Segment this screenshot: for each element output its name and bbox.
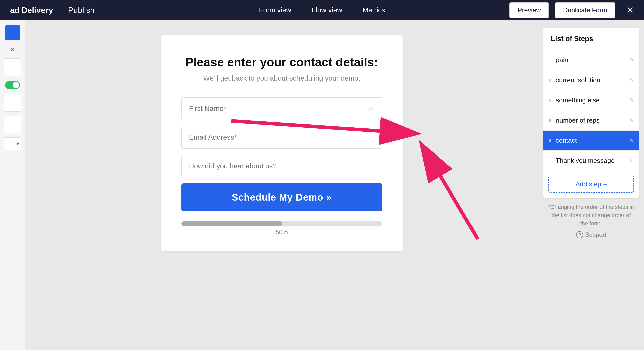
support-link[interactable]: ? Support [548, 230, 634, 239]
close-icon[interactable]: ✕ [626, 5, 634, 15]
step-item-something-else[interactable]: ≡ something else ✎ [543, 90, 639, 110]
tab-metrics[interactable]: Metrics [352, 1, 395, 19]
progress-section: 50% [181, 221, 382, 236]
first-name-input[interactable] [189, 105, 369, 113]
step-item-current-solution[interactable]: ≡ current solution ✎ [543, 70, 639, 90]
sidebar-close-icon[interactable]: ✕ [8, 44, 18, 54]
footer-note: *Changing the order of the steps in the … [548, 203, 634, 228]
step-label: contact [556, 137, 625, 144]
nav-brand: ad Delivery [10, 6, 53, 15]
form-card: Please enter your contact details: We'll… [161, 35, 403, 251]
tab-form-view[interactable]: Form view [249, 1, 301, 19]
center-content: Please enter your contact details: We'll… [25, 20, 538, 350]
progress-bar-container [181, 221, 382, 226]
step-label: number of reps [556, 116, 625, 124]
edit-icon[interactable]: ✎ [629, 57, 634, 63]
support-label: Support [585, 230, 606, 239]
progress-label: 50% [276, 229, 288, 236]
step-label: current solution [556, 76, 625, 84]
step-item-contact[interactable]: ≡ contact ✎ [543, 131, 639, 151]
step-label: pain [556, 56, 625, 64]
submit-button[interactable]: Schedule My Demo » [181, 183, 382, 211]
step-label: something else [556, 96, 625, 104]
step-item-thank-you[interactable]: ≡ Thank you message ✎ [543, 151, 639, 171]
edit-icon[interactable]: ✎ [629, 97, 634, 104]
top-nav: ad Delivery Publish Form view Flow view … [0, 0, 644, 20]
sidebar-blue-button[interactable] [5, 25, 20, 40]
form-subtitle: We'll get back to you about scheduling y… [181, 74, 382, 82]
steps-header: List of Steps [543, 28, 639, 50]
preview-button[interactable]: Preview [509, 2, 549, 18]
sidebar-item-box-2[interactable] [4, 94, 21, 112]
main-layout: ✕ ▾ Please enter your contact details: W… [0, 20, 644, 350]
email-input[interactable] [189, 133, 375, 141]
sidebar-dropdown[interactable]: ▾ [4, 137, 21, 150]
step-item-pain[interactable]: ≡ pain ✎ [543, 50, 639, 70]
sidebar-toggle[interactable] [4, 80, 21, 90]
steps-card: List of Steps ≡ pain ✎ ≡ current solutio… [543, 28, 639, 198]
steps-footer: *Changing the order of the steps in the … [543, 198, 639, 247]
tab-flow-view[interactable]: Flow view [301, 1, 352, 19]
edit-icon[interactable]: ✎ [629, 158, 634, 164]
drag-icon: ≡ [548, 57, 552, 63]
chevron-down-icon: ▾ [16, 140, 19, 147]
progress-bar-fill [181, 221, 282, 226]
sidebar-item-box-3[interactable] [4, 116, 21, 133]
edit-icon[interactable]: ✎ [629, 117, 634, 124]
duplicate-form-button[interactable]: Duplicate Form [555, 2, 615, 18]
drag-icon: ≡ [548, 97, 552, 104]
how-heard-input[interactable] [189, 162, 375, 170]
form-title: Please enter your contact details: [181, 55, 382, 69]
edit-icon[interactable]: ✎ [629, 77, 634, 84]
left-sidebar: ✕ ▾ [0, 20, 25, 350]
first-name-field[interactable]: ⊞ [181, 97, 382, 120]
drag-icon: ≡ [548, 117, 552, 124]
drag-icon: ≡ [548, 77, 552, 84]
nav-left: ad Delivery Publish [10, 6, 95, 15]
nav-center: Form view Flow view Metrics [249, 1, 395, 19]
step-label: Thank you message [556, 157, 625, 165]
email-field[interactable] [181, 126, 382, 149]
nav-publish[interactable]: Publish [68, 6, 95, 15]
drag-icon: ≡ [548, 137, 552, 144]
support-icon: ? [576, 231, 583, 238]
sidebar-item-box-1[interactable] [4, 58, 21, 76]
edit-icon[interactable]: ✎ [629, 137, 634, 144]
field-icon: ⊞ [369, 105, 375, 113]
how-heard-field[interactable] [181, 155, 382, 177]
right-panel: List of Steps ≡ pain ✎ ≡ current solutio… [538, 20, 644, 350]
drag-icon: ≡ [548, 158, 552, 164]
nav-right: Preview Duplicate Form ✕ [509, 2, 634, 18]
step-item-number-of-reps[interactable]: ≡ number of reps ✎ [543, 110, 639, 131]
add-step-button[interactable]: Add step + [548, 176, 634, 193]
